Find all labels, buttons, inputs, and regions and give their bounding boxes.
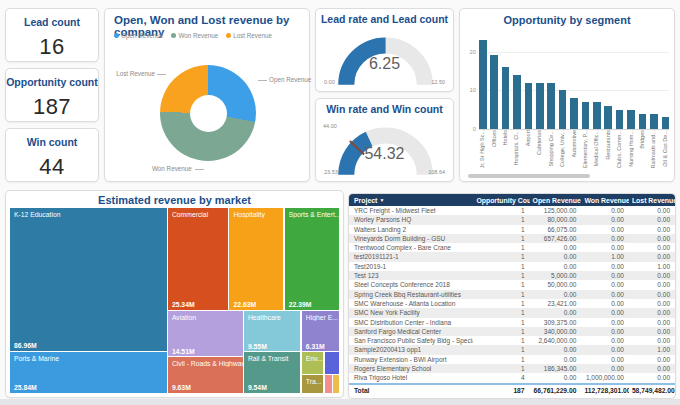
table-cell: 0.00 — [581, 243, 629, 252]
table-row[interactable]: SMC Warehouse - Atlanta Location123,421.… — [349, 299, 675, 308]
treemap-block[interactable]: Rail & Transit9.54M — [244, 352, 301, 393]
bar[interactable] — [525, 83, 533, 130]
table-cell: 0.00 — [581, 290, 629, 299]
bar[interactable] — [570, 98, 578, 129]
bar-chart-hscrollbar[interactable] — [468, 174, 590, 178]
treemap-block[interactable]: Sports & Entert...22.39M — [285, 208, 339, 310]
table-cell: 1 — [473, 336, 529, 345]
treemap-block[interactable]: Commercial25.34M — [168, 208, 228, 310]
bar[interactable] — [490, 55, 498, 129]
x-axis-label-cell: Cafeterias — [536, 130, 544, 175]
treemap-block[interactable]: Aviation14.51M — [168, 311, 243, 357]
table-row[interactable]: SMC New York Facility10.000.000.00 — [349, 308, 675, 317]
table-cell: 0.00 — [629, 243, 675, 252]
table-row[interactable]: San Francisco Public Safety Bldg - Speci… — [349, 336, 675, 345]
donut-chart[interactable] — [160, 65, 256, 161]
table-row[interactable]: Worley Parsons HQ180,000.000.000.00 — [349, 215, 675, 224]
bar[interactable] — [536, 83, 544, 130]
legend-item-open-revenue[interactable]: Open Revenue — [114, 32, 163, 39]
table-row[interactable]: Sanford Fargo Medical Center1340,000.000… — [349, 327, 675, 336]
treemap-block[interactable]: Civil - Roads & Highway9.63M — [168, 357, 243, 393]
treemap-block-label: Env... — [306, 355, 323, 362]
table-cell: 657,426.00 — [530, 234, 582, 243]
bar[interactable] — [593, 102, 601, 129]
win-rate-gauge-card: Win rate and Win count 44.00 54.32 23.53… — [315, 98, 454, 182]
table-cell: 1 — [473, 262, 529, 271]
table-cell: 1 — [473, 280, 529, 289]
legend-item-lost-revenue[interactable]: Lost Revenue — [226, 32, 272, 39]
table-cell: 0.00 — [530, 373, 582, 383]
treemap-block[interactable]: Higher E...6.31M — [302, 311, 339, 352]
bar[interactable] — [662, 117, 670, 129]
table-row[interactable]: Sample20200413 opp110.000.001.00 — [349, 345, 675, 354]
bar[interactable] — [616, 110, 624, 129]
bar[interactable] — [639, 114, 647, 130]
table-row[interactable]: Rogers Elementary School1186,345.000.000… — [349, 364, 675, 373]
table-row[interactable]: Riva Trigoso Hotel40.001,000,000.000.00 — [349, 373, 675, 383]
x-axis-label-cell: Hospitals, Cl... — [513, 130, 521, 175]
table-row[interactable]: Trentwood Complex - Bare Crane10.000.000… — [349, 243, 675, 252]
y-axis-tick-label: 20 — [462, 49, 476, 55]
table-row[interactable]: test20191121-110.001.000.00 — [349, 252, 675, 261]
table-cell: 0.00 — [629, 299, 675, 308]
legend-item-won-revenue[interactable]: Won Revenue — [171, 32, 218, 39]
column-header[interactable]: Open Revenue — [530, 194, 582, 206]
table-cell: 0.00 — [530, 243, 582, 252]
treemap-block[interactable]: K-12 Education86.96M — [10, 208, 167, 351]
table-row[interactable]: Spring Creek Bbq Restaurant-utilities10.… — [349, 290, 675, 299]
total-cell: 112,728,301.00 — [581, 384, 629, 395]
table-cell: Spring Creek Bbq Restaurant-utilities — [349, 290, 473, 299]
x-axis-label-cell: Medical Offic... — [593, 130, 601, 175]
treemap-block[interactable] — [325, 375, 333, 394]
x-axis-label: Railroads and... — [650, 130, 657, 169]
table-cell: Runway Extension - BWI Airport — [349, 355, 473, 364]
table-cell: 0.00 — [581, 299, 629, 308]
bar[interactable] — [627, 110, 635, 129]
lead-count-card[interactable]: Lead count 16 — [5, 8, 99, 62]
win-gauge-min: 23.53 — [324, 169, 338, 175]
table-row[interactable]: Vineyards Dorm Building - GSU1657,426.00… — [349, 234, 675, 243]
column-header[interactable]: Project▼ — [349, 194, 473, 206]
opportunity-count-card[interactable]: Opportunity count 187 — [5, 68, 99, 122]
table-row[interactable]: YRC Freight - Midwest Fleet1125,000.000.… — [349, 206, 675, 215]
table-row[interactable]: Walters Landing 2166,075.000.000.00 — [349, 225, 675, 234]
win-count-card[interactable]: Win count 44 — [5, 128, 99, 182]
table-row[interactable]: Steel Concepts Conference 2018150,000.00… — [349, 280, 675, 289]
bar[interactable] — [582, 102, 590, 129]
treemap-block-value: 22.39M — [289, 301, 312, 308]
treemap-block[interactable]: Tra... — [302, 375, 323, 394]
x-axis-label-cell: Clubs, Comm... — [616, 130, 624, 175]
bar[interactable] — [604, 106, 612, 129]
table-cell: 125,000.00 — [530, 206, 582, 215]
treemap-block[interactable] — [333, 375, 339, 394]
table-row[interactable]: Test 12315,000.000.000.00 — [349, 271, 675, 280]
table-row[interactable]: Test2019-110.000.001.00 — [349, 262, 675, 271]
bar-chart-title: Opportunity by segment — [460, 14, 674, 26]
treemap-block[interactable]: Hospitality22.63M — [229, 208, 283, 310]
bar[interactable] — [650, 114, 658, 130]
x-axis-label: Airport — [525, 130, 532, 146]
treemap-block[interactable]: Env... — [302, 352, 323, 373]
legend-dot-won — [171, 33, 176, 38]
bar[interactable] — [502, 67, 510, 129]
column-header[interactable]: Lost Revenue — [629, 194, 675, 206]
bar[interactable] — [479, 40, 487, 129]
column-header[interactable]: Opportunity Count — [473, 194, 529, 206]
bar[interactable] — [513, 75, 521, 129]
table-cell: Steel Concepts Conference 2018 — [349, 280, 473, 289]
column-header[interactable]: Won Revenue — [581, 194, 629, 206]
table-row[interactable]: Runway Extension - BWI Airport10.000.000… — [349, 355, 675, 364]
table-row[interactable]: SMC Distribution Center - Indiana1309,37… — [349, 318, 675, 327]
treemap-block[interactable]: Healthcare9.55M — [244, 311, 301, 352]
table-cell: SMC Warehouse - Atlanta Location — [349, 299, 473, 308]
table-cell: Trentwood Complex - Bare Crane — [349, 243, 473, 252]
treemap-block[interactable]: Ports & Marine25.84M — [10, 352, 167, 393]
table-cell: 0.00 — [581, 327, 629, 336]
donut-legend: Open Revenue Won Revenue Lost Revenue — [114, 32, 272, 39]
treemap-block[interactable] — [325, 352, 339, 373]
y-axis-tick-label: 0 — [462, 126, 476, 132]
bar[interactable] — [547, 83, 555, 130]
table-cell: 66,075.00 — [530, 225, 582, 234]
callout-won-revenue: Won Revenue — [152, 165, 192, 172]
bar[interactable] — [559, 90, 567, 129]
